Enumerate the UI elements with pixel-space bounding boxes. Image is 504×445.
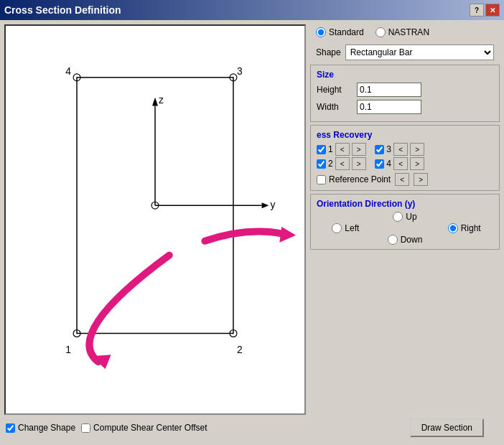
ref-point-label[interactable]: Reference Point: [317, 174, 391, 184]
close-button[interactable]: ✕: [485, 4, 500, 17]
window-title: Cross Section Definition: [4, 4, 121, 16]
stress-pt4-next[interactable]: >: [410, 157, 424, 170]
draw-section-button[interactable]: Draw Section: [410, 418, 484, 437]
stress-pt1-prev[interactable]: <: [335, 143, 350, 156]
size-section: Size Height Width: [310, 65, 500, 122]
stress-pt3-prev[interactable]: <: [393, 143, 408, 156]
stress-pt1-next[interactable]: >: [352, 143, 366, 156]
svg-text:1: 1: [65, 344, 71, 355]
left-label: Left: [345, 223, 359, 233]
stress-recovery-section: ess Recovery 1 < > 3 < > 2: [310, 125, 500, 191]
stress-pt3-label: 3: [386, 144, 391, 154]
right-label: Right: [461, 223, 481, 233]
down-radio[interactable]: [388, 235, 398, 245]
left-radio-label[interactable]: Left: [332, 223, 359, 233]
standard-radio[interactable]: [316, 27, 326, 37]
right-panel: Standard NASTRAN Shape Rectangular Bar C…: [310, 24, 500, 415]
ref-point-row: Reference Point < >: [317, 173, 493, 186]
nastran-label: NASTRAN: [388, 27, 429, 37]
stress-recovery-title: ess Recovery: [317, 130, 493, 140]
up-radio[interactable]: [393, 212, 403, 222]
shape-select[interactable]: Rectangular Bar Circular Bar I-Beam T-Be…: [345, 44, 494, 60]
stress-pt1-label: 1: [328, 144, 333, 154]
stress-pt3-next[interactable]: >: [410, 143, 424, 156]
height-label: Height: [317, 85, 353, 95]
size-title: Size: [317, 70, 493, 80]
nastran-radio-label[interactable]: NASTRAN: [375, 27, 429, 37]
stress-pt2-prev[interactable]: <: [335, 157, 350, 170]
stress-pt4-label: 4: [386, 159, 391, 169]
standard-radio-label[interactable]: Standard: [316, 27, 364, 37]
type-radio-group: Standard NASTRAN: [310, 24, 500, 40]
svg-marker-13: [152, 98, 158, 106]
orientation-section: Orientation Direction (y) Up Left: [310, 194, 500, 250]
stress-pt2-label: 2: [328, 159, 333, 169]
dialog-body: 1 2 3 4 y z: [0, 20, 504, 445]
stress-pt2-next[interactable]: >: [352, 157, 366, 170]
height-input[interactable]: [357, 83, 421, 97]
svg-text:2: 2: [237, 344, 243, 355]
stress-pt2-checkbox[interactable]: [317, 159, 326, 169]
up-label: Up: [406, 212, 416, 222]
stress-pt3-checkbox[interactable]: [375, 145, 384, 154]
ref-pt-prev[interactable]: <: [395, 173, 409, 186]
change-shape-label[interactable]: Change Shape: [6, 423, 75, 433]
title-bar: Cross Section Definition ? ✕: [0, 0, 504, 20]
svg-marker-10: [262, 202, 269, 208]
stress-row-1: 1 < > 3 < >: [317, 143, 493, 156]
width-label: Width: [317, 102, 353, 112]
help-button[interactable]: ?: [470, 4, 484, 17]
svg-text:3: 3: [237, 65, 243, 77]
shape-row: Shape Rectangular Bar Circular Bar I-Bea…: [310, 43, 500, 62]
svg-text:z: z: [159, 94, 164, 106]
change-shape-checkbox[interactable]: [6, 423, 15, 433]
stress-pt1-checkbox[interactable]: [317, 145, 326, 154]
down-label: Down: [401, 235, 423, 245]
stress-row-2: 2 < > 4 < >: [317, 157, 493, 170]
title-bar-buttons: ? ✕: [470, 4, 500, 17]
right-radio[interactable]: [448, 223, 458, 233]
right-radio-label[interactable]: Right: [448, 223, 481, 233]
ref-pt-next[interactable]: >: [414, 173, 428, 186]
drawing-panel: 1 2 3 4 y z: [4, 24, 306, 415]
compute-shear-checkbox[interactable]: [81, 423, 90, 433]
svg-text:4: 4: [65, 65, 71, 77]
cross-section-drawing: 1 2 3 4 y z: [6, 26, 304, 413]
orientation-grid: Up Left Right: [317, 212, 493, 245]
up-radio-label[interactable]: Up: [393, 212, 416, 222]
svg-text:y: y: [270, 199, 275, 210]
change-shape-text: Change Shape: [18, 423, 75, 433]
width-row: Width: [317, 100, 493, 114]
shape-label: Shape: [316, 47, 341, 57]
main-area: 1 2 3 4 y z: [4, 24, 500, 415]
bottom-bar: Change Shape Compute Shear Center Offset…: [4, 415, 500, 441]
svg-marker-17: [279, 227, 296, 243]
height-row: Height: [317, 83, 493, 97]
ref-point-checkbox[interactable]: [317, 175, 326, 184]
stress-pt4-prev[interactable]: <: [393, 157, 408, 170]
compute-shear-label[interactable]: Compute Shear Center Offset: [81, 423, 207, 433]
width-input[interactable]: [357, 100, 421, 114]
down-radio-label[interactable]: Down: [388, 235, 423, 245]
left-radio[interactable]: [332, 223, 342, 233]
stress-pt4-checkbox[interactable]: [375, 159, 384, 169]
compute-shear-text: Compute Shear Center Offset: [93, 423, 207, 433]
ref-point-text: Reference Point: [329, 174, 391, 184]
nastran-radio[interactable]: [375, 27, 386, 37]
standard-label: Standard: [329, 27, 364, 37]
orientation-title: Orientation Direction (y): [317, 199, 493, 209]
